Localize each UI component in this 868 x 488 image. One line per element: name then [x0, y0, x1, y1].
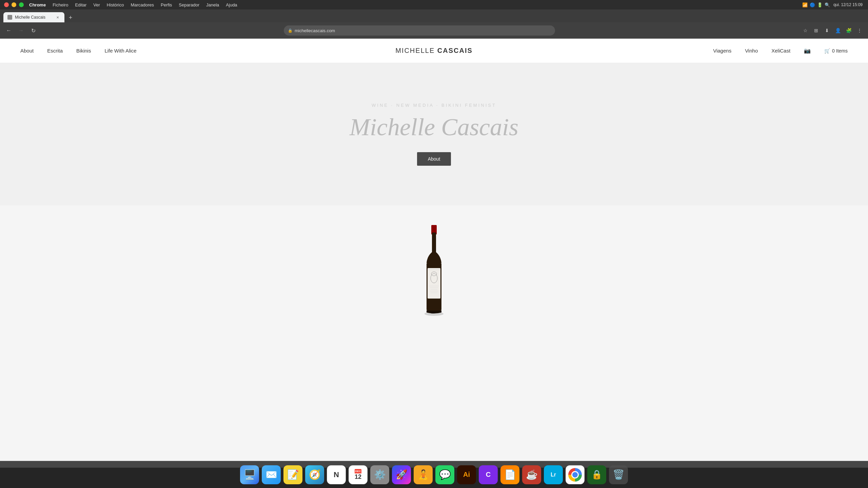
enpass-icon: 🔒	[591, 469, 602, 480]
dock-icon-mail[interactable]: ✉️	[262, 465, 281, 484]
menu-historico[interactable]: Histórico	[107, 2, 124, 7]
nav-vinho[interactable]: Vinho	[745, 48, 758, 54]
fullscreen-button[interactable]	[19, 2, 24, 7]
notion-icon: N	[334, 470, 339, 479]
close-button[interactable]	[4, 2, 9, 7]
traffic-lights	[4, 2, 24, 7]
dock-icon-chrome[interactable]	[566, 465, 585, 484]
search-icon[interactable]: 🔍	[825, 2, 830, 7]
hero-title: Michelle Cascais	[350, 113, 518, 141]
menu-editar[interactable]: Editar	[75, 2, 86, 7]
cart-icon[interactable]: 🛒 0 Items	[824, 48, 848, 54]
website: About Escrita Bikinis Life With Alice MI…	[0, 39, 868, 468]
address-bar: ← → ↻ 🔒 michellecascais.com ☆ ⊞ ⬇ 👤 🧩 ⋮	[0, 22, 868, 39]
dock-icon-java[interactable]: ☕	[522, 465, 541, 484]
logo-bold: CASCAIS	[437, 47, 473, 54]
site-logo[interactable]: MICHELLE CASCAIS	[395, 47, 473, 55]
active-tab[interactable]: Michelle Cascais ✕	[3, 12, 64, 22]
menu-perfis[interactable]: Perfis	[161, 2, 172, 7]
menu-marcadores[interactable]: Marcadores	[131, 2, 154, 7]
lock-icon: 🔒	[288, 28, 293, 33]
time-display: qui. 12/12 15:09	[833, 2, 863, 7]
bottle-section	[0, 205, 868, 341]
svg-point-12	[425, 312, 443, 316]
dock-icon-headspace[interactable]: 🧘	[414, 465, 433, 484]
tab-title: Michelle Cascais	[15, 15, 52, 20]
about-button[interactable]: About	[417, 152, 451, 166]
forward-button[interactable]: →	[16, 26, 26, 35]
dock-icon-notion[interactable]: N	[327, 465, 346, 484]
tabs-bar: Michelle Cascais ✕ +	[0, 9, 868, 22]
chrome-menu-icon[interactable]: ⋮	[855, 26, 864, 35]
tab-favicon	[7, 15, 12, 20]
java-icon: ☕	[526, 469, 538, 480]
profile-icon[interactable]: 👤	[833, 26, 842, 35]
tab-close-button[interactable]: ✕	[55, 15, 60, 20]
refresh-button[interactable]: ↻	[28, 26, 38, 35]
url-bar[interactable]: 🔒 michellecascais.com	[284, 25, 555, 36]
headspace-icon: 🧘	[417, 469, 429, 480]
tab-search-icon[interactable]: ⊞	[812, 26, 821, 35]
wifi-icon: 📶	[802, 2, 808, 7]
hero-section: Wine · New media · Bikini Feminist Miche…	[0, 63, 868, 205]
launchpad-icon: 🚀	[396, 469, 408, 480]
dock-icon-whatsapp[interactable]: 💬	[435, 465, 454, 484]
nav-escrita[interactable]: Escrita	[47, 48, 63, 54]
lightroom-icon: Lr	[551, 472, 556, 478]
dock-icon-settings[interactable]: ⚙️	[370, 465, 389, 484]
cart-count: 0 Items	[832, 48, 848, 54]
minimize-button[interactable]	[12, 2, 16, 7]
app-name: Chrome	[29, 2, 46, 7]
bookmark-icon[interactable]: ☆	[801, 26, 810, 35]
dock-icon-canva[interactable]: C	[479, 465, 498, 484]
download-icon[interactable]: ⬇	[823, 26, 831, 35]
dock-icon-finder[interactable]: 🖥️	[240, 465, 259, 484]
menu-ajuda[interactable]: Ajuda	[226, 2, 237, 7]
new-tab-button[interactable]: +	[66, 13, 75, 22]
titlebar: Chrome Ficheiro Editar Ver Histórico Mar…	[0, 0, 868, 9]
dock-icon-illustrator[interactable]: Ai	[457, 465, 476, 484]
menu-ver[interactable]: Ver	[93, 2, 100, 7]
pages-icon: 📄	[504, 469, 516, 480]
battery-icon: 🔋	[817, 2, 823, 7]
nav-bikinis[interactable]: Bikinis	[76, 48, 91, 54]
dock: 🖥️ ✉️ 📝 🧭 N DEC 12 ⚙️ 🚀 🧘 💬 Ai C 📄 ☕	[0, 461, 868, 488]
dock-icon-pages[interactable]: 📄	[500, 465, 519, 484]
nav-viagens[interactable]: Viagens	[713, 48, 731, 54]
menu-separador[interactable]: Separador	[179, 2, 199, 7]
site-nav-left: About Escrita Bikinis Life With Alice	[20, 48, 137, 54]
nav-life-with-alice[interactable]: Life With Alice	[104, 48, 136, 54]
settings-icon: ⚙️	[374, 469, 386, 480]
dock-icon-lightroom[interactable]: Lr	[544, 465, 563, 484]
dock-icon-trash[interactable]: 🗑️	[609, 465, 628, 484]
hero-subtitle: Wine · New media · Bikini Feminist	[372, 103, 496, 108]
dock-icon-enpass[interactable]: 🔒	[587, 465, 606, 484]
svg-rect-1	[432, 232, 436, 253]
logo-light: MICHELLE	[395, 47, 437, 54]
url-text: michellecascais.com	[295, 28, 335, 33]
bluetooth-icon: 🔵	[810, 2, 815, 7]
site-nav-right: Viagens Vinho XeliCast 📷 🛒 0 Items	[713, 47, 848, 54]
nav-about[interactable]: About	[20, 48, 34, 54]
wine-bottle	[407, 219, 461, 327]
instagram-icon[interactable]: 📷	[804, 47, 811, 54]
titlebar-menu: Chrome Ficheiro Editar Ver Histórico Mar…	[29, 2, 237, 7]
menu-ficheiro[interactable]: Ficheiro	[53, 2, 68, 7]
whatsapp-icon: 💬	[439, 469, 451, 480]
dock-icon-calendar[interactable]: DEC 12	[349, 465, 368, 484]
dock-icon-safari[interactable]: 🧭	[305, 465, 324, 484]
illustrator-icon: Ai	[463, 471, 470, 479]
calendar-icon: DEC 12	[355, 469, 361, 481]
menu-janela[interactable]: Janela	[206, 2, 219, 7]
site-nav: About Escrita Bikinis Life With Alice MI…	[0, 39, 868, 63]
dock-icon-launchpad[interactable]: 🚀	[392, 465, 411, 484]
svg-rect-3	[428, 268, 440, 299]
dock-icon-notes[interactable]: 📝	[283, 465, 302, 484]
nav-xelicast[interactable]: XeliCast	[771, 48, 790, 54]
canva-icon: C	[486, 471, 491, 479]
titlebar-right: 📶 🔵 🔋 🔍 qui. 12/12 15:09	[802, 0, 863, 9]
back-button[interactable]: ←	[4, 26, 14, 35]
notes-icon: 📝	[287, 469, 299, 480]
extension-icon[interactable]: 🧩	[844, 26, 853, 35]
trash-icon: 🗑️	[613, 469, 625, 480]
